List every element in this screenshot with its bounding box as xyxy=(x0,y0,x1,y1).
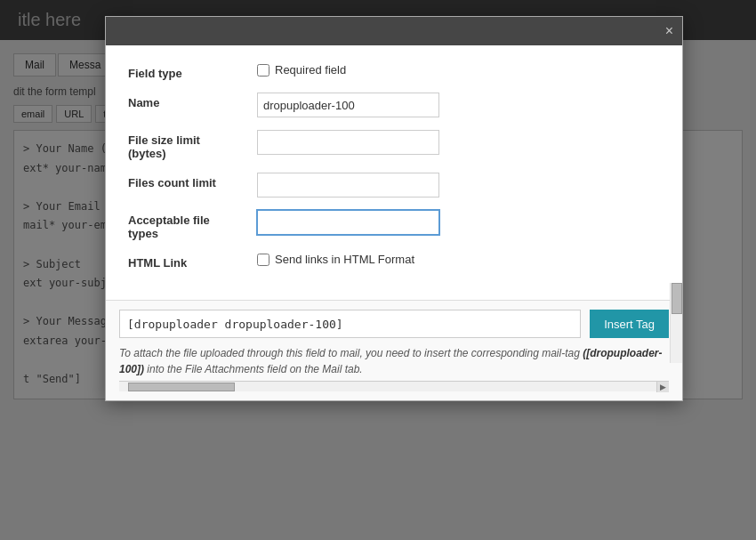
file-size-control xyxy=(257,130,660,155)
html-link-checkbox[interactable] xyxy=(257,254,269,266)
insert-tag-button[interactable]: Insert Tag xyxy=(590,310,669,338)
scrollbar-thumb xyxy=(672,283,682,314)
modal-body: Field type Required field Name File size… xyxy=(106,45,682,300)
files-count-control xyxy=(257,173,660,197)
name-control xyxy=(257,93,660,117)
acceptable-label: Acceptable file types xyxy=(128,210,257,240)
name-row: Name xyxy=(128,93,660,117)
tag-row: Insert Tag xyxy=(119,310,669,338)
acceptable-input[interactable] xyxy=(257,210,439,235)
html-link-checkbox-label: Send links in HTML Format xyxy=(275,253,414,266)
modal-dialog: × Field type Required field Name File si… xyxy=(105,16,683,401)
html-link-wrapper: Send links in HTML Format xyxy=(257,253,414,266)
files-count-input[interactable] xyxy=(257,173,439,197)
name-input[interactable] xyxy=(257,93,439,117)
modal-header: × xyxy=(106,17,682,45)
field-type-label: Field type xyxy=(128,63,257,80)
required-field-wrapper: Required field xyxy=(257,63,346,77)
acceptable-control xyxy=(257,210,660,235)
h-scroll-right[interactable]: ▶ xyxy=(656,382,669,392)
html-link-label: HTML Link xyxy=(128,253,257,270)
file-size-input[interactable] xyxy=(257,130,439,155)
html-link-control: Send links in HTML Format xyxy=(257,253,660,266)
tag-input[interactable] xyxy=(119,310,581,338)
file-size-label: File size limit (bytes) xyxy=(128,130,257,160)
name-label: Name xyxy=(128,93,257,109)
html-link-row: HTML Link Send links in HTML Format xyxy=(128,253,660,270)
modal-footer: Insert Tag To attach the file uploaded t… xyxy=(106,300,682,400)
required-field-label: Required field xyxy=(275,63,346,77)
files-count-label: Files count limit xyxy=(128,173,257,189)
file-size-row: File size limit (bytes) xyxy=(128,130,660,160)
field-type-row: Field type Required field xyxy=(128,63,660,80)
field-type-control: Required field xyxy=(257,63,660,77)
horizontal-scrollbar[interactable]: ▶ xyxy=(119,381,669,391)
vertical-scrollbar[interactable] xyxy=(670,283,682,363)
h-scrollbar-thumb xyxy=(128,383,235,391)
help-text: To attach the file uploaded through this… xyxy=(119,345,669,377)
required-field-checkbox[interactable] xyxy=(257,64,269,77)
modal-close-button[interactable]: × xyxy=(665,24,673,38)
files-count-row: Files count limit xyxy=(128,173,660,197)
acceptable-row: Acceptable file types xyxy=(128,210,660,240)
